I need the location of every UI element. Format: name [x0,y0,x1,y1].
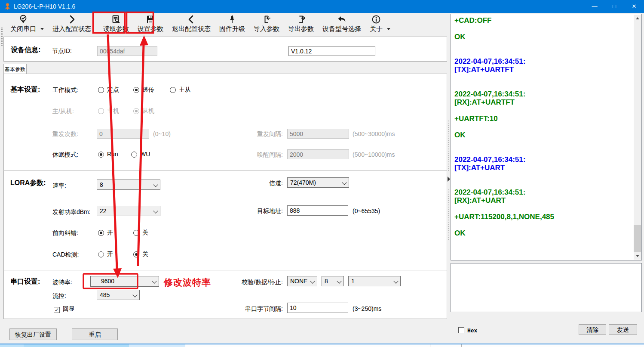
log-line [454,106,633,115]
fec-label: 前向纠错: [52,229,78,237]
toolbar-read-params-button[interactable]: 读取参数 [99,13,133,34]
toolbar-dropdown-arrow-icon[interactable] [40,28,44,30]
hex-checkbox[interactable]: Hex [458,326,477,334]
log-line [454,172,633,180]
radio-icon [170,87,176,93]
toolbar-import-params-button[interactable]: 导入参数 [249,13,284,34]
toolbar-export-params-button[interactable]: 导出参数 [284,13,318,34]
toolbar-set-params-button[interactable]: 设置参数 [133,13,168,34]
resend-interval-field[interactable] [287,129,349,139]
log-line [454,221,633,229]
toolbar-firmware-upgrade-button[interactable]: 固件升级 [215,13,249,34]
radio-run[interactable]: Run [98,150,118,158]
status-segment [129,344,185,347]
pin-check-icon [18,14,28,25]
panel-splitter[interactable] [447,34,451,344]
toolbar-label: 导出参数 [288,25,314,33]
toolbar-enter-config-button[interactable]: 进入配置状态 [48,13,95,34]
app-logo-icon [4,3,11,10]
radio-icon [133,108,139,114]
resend-count-field[interactable] [97,129,149,139]
chevron-down-icon [153,208,158,213]
toolbar-label: 退出配置状态 [172,25,211,33]
radio-wu[interactable]: WU [131,150,150,158]
log-line [454,180,633,188]
toolbar-exit-config-button[interactable]: 退出配置状态 [168,13,215,34]
radio-fec-off[interactable]: 关 [133,229,148,237]
radio-work-mode-transparent[interactable]: 透传 [133,86,154,94]
scroll-down-button[interactable] [634,252,641,260]
radio-slave[interactable]: 从机 [133,107,154,115]
lora-section-title: LORA参数: [10,179,46,188]
radio-cad-off[interactable]: 关 [133,250,148,258]
log-line [454,25,633,33]
splitter-collapse-icon[interactable] [448,177,450,182]
tx-power-select[interactable]: 22 [97,206,160,216]
echo-checkbox[interactable]: ✓回显 [54,305,75,313]
radio-icon [98,152,104,158]
send-input[interactable] [451,263,642,312]
send-button[interactable]: 发送 [609,324,637,335]
channel-label: 信道: [232,180,283,187]
radio-cad-on[interactable]: 开 [98,250,113,258]
byte-interval-label: 串口字节间隔: [232,305,283,313]
back-arrow-icon [337,14,347,25]
scroll-up-button[interactable] [634,15,641,22]
radio-work-mode-fixed[interactable]: 定点 [98,86,119,94]
radio-work-mode-master-slave[interactable]: 主从 [170,86,191,94]
resend-interval-label: 重发间隔: [232,130,283,138]
tab-label: 基本参数 [5,66,25,72]
stopbits-select[interactable]: 1 [348,276,401,286]
toolbar-grip[interactable] [1,28,3,46]
target-addr-hint: (0~65535) [353,208,380,214]
app-window: LG206-L-P-H10 V1.1.6 — □ ✕ 关闭串口 进入配置状态 读… [0,0,644,347]
maximize-button[interactable]: □ [604,0,624,13]
toolbar-close-serial-button[interactable]: 关闭串口 [6,13,40,34]
node-id-field[interactable] [97,46,157,56]
minimize-button[interactable]: — [585,0,604,13]
log-scrollbar[interactable] [634,15,641,260]
chevron-down-icon [310,279,315,283]
master-slave-label: 主/从机: [52,108,74,115]
log-line [454,147,633,155]
wake-interval-hint: (500~10000)ms [353,151,395,158]
splitter-grip [448,189,449,241]
clear-button[interactable]: 清除 [579,324,606,335]
chevron-down-icon [132,292,137,297]
close-button[interactable]: ✕ [624,0,644,13]
parity-label: 校验/数据/停止: [232,279,283,286]
log-output[interactable]: +CAD:OFF OK 2022-04-07,16:34:51:[TX]:AT+… [451,14,642,260]
firmware-field[interactable] [288,46,375,56]
databits-select[interactable]: 8 [322,276,344,286]
byte-interval-field[interactable] [287,303,348,313]
log-line: +CAD:OFF [454,16,633,25]
radio-icon [131,152,137,158]
status-segment [0,344,24,347]
toolbar-device-model-button[interactable]: 设备型号选择 [318,13,365,34]
flow-select[interactable]: 485 [97,290,140,300]
factory-reset-button[interactable]: 恢复出厂设置 [9,328,57,340]
log-line: [TX]:AT+UARTFT [454,65,633,74]
radio-fec-on[interactable]: 开 [98,229,113,237]
device-info-title: 设备信息: [11,46,40,55]
bottom-status-strip [0,344,644,347]
channel-select[interactable]: 72(470M) [287,177,349,188]
wake-interval-field[interactable] [287,149,349,159]
radio-master[interactable]: 主机 [98,107,119,115]
baud-select[interactable]: 9600 [90,276,159,287]
chevron-down-icon [153,182,158,187]
log-line [454,204,633,213]
parity-select[interactable]: NONE [287,276,317,286]
tab-basic-params[interactable]: 基本参数 [3,64,27,74]
target-addr-field[interactable] [287,205,348,216]
toolbar-about-button[interactable]: 关于 [365,13,387,34]
scrollbar-thumb[interactable] [634,225,641,253]
log-line: OK [454,229,633,237]
checkbox-unchecked-icon [458,327,464,333]
rate-select[interactable]: 8 [97,180,160,190]
basic-settings-title: 基本设置: [10,85,40,94]
reboot-button[interactable]: 重启 [72,328,118,340]
toolbar-overflow-arrow-icon[interactable] [387,28,390,30]
section-divider [3,170,447,171]
radio-icon [133,251,139,257]
